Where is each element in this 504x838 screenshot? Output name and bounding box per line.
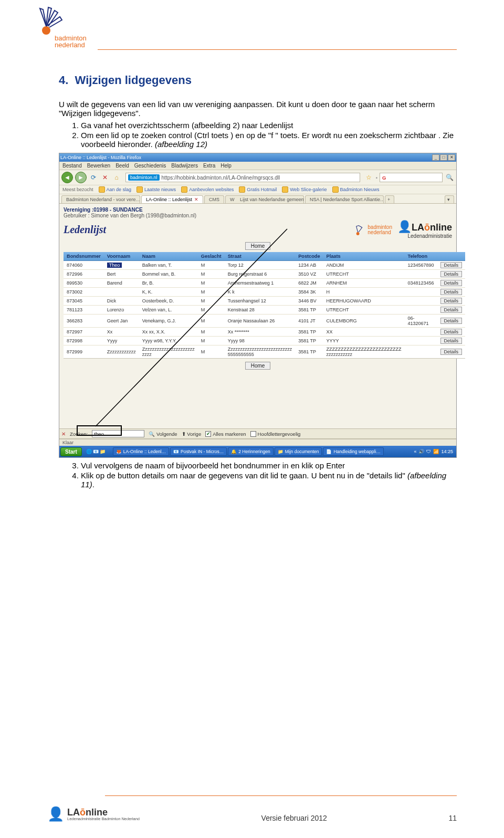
taskbar-item[interactable]: 📧Postvak IN - Micros… [170, 447, 227, 456]
section-heading: 4. Wijzigen lidgegevens [59, 74, 457, 87]
quicklaunch-icon[interactable]: 📁 [100, 449, 106, 454]
menu-item[interactable]: Extra [203, 163, 215, 169]
window-titlebar: LA-Online :: Ledenlijst - Mozilla Firefo… [59, 153, 456, 162]
menu-item[interactable]: Geschiedenis [134, 163, 166, 169]
taskbar-item[interactable]: 📄Handleiding webappli… [323, 447, 383, 456]
svg-line-2 [96, 229, 287, 426]
steps-list-2: Vul vervolgens de naam of bijvoorbeeld h… [59, 461, 457, 489]
home-icon[interactable]: ⌂ [112, 173, 121, 182]
taskbar-item[interactable]: 🔔2 Herinneringen [228, 447, 273, 456]
reload-icon[interactable]: ⟳ [89, 173, 98, 182]
find-prev-button[interactable]: ⬆ Vorige [182, 431, 202, 437]
taskbar-item[interactable]: 📁Mijn documenten [275, 447, 322, 456]
findbar-close-icon[interactable]: ✕ [61, 431, 66, 437]
cell-postcode: 3581 TP [295, 328, 323, 337]
tab-close-icon[interactable]: ✕ [194, 197, 198, 202]
cell-plaats: XX [323, 328, 405, 337]
menu-item[interactable]: Beeld [116, 163, 129, 169]
tray-icon[interactable]: 🛡 [426, 449, 431, 454]
page-footer: 👤 LAōnline Ledenadministratie Badminton … [47, 803, 457, 822]
bookmark-star-icon[interactable]: ☆ [364, 174, 374, 181]
bookmark-item[interactable]: Laatste nieuws [136, 186, 176, 193]
details-button[interactable]: Details [440, 289, 463, 295]
step-3: Vul vervolgens de naam of bijvoorbeeld h… [81, 461, 457, 470]
menu-item[interactable]: Bladwijzers [171, 163, 198, 169]
system-tray: « 🔊 🛡 📶 14:25 [414, 449, 455, 454]
bookmark-item[interactable]: Aanbevolen websites [181, 186, 234, 193]
footer-rule [105, 795, 457, 796]
find-next-button[interactable]: 🔍 Volgende [149, 431, 177, 437]
address-bar[interactable]: badminton.nl https://hobbink.badminton.n… [125, 173, 360, 182]
menu-item[interactable]: Bewerken [87, 163, 110, 169]
details-button[interactable]: Details [440, 298, 463, 304]
minimize-icon[interactable]: _ [432, 154, 439, 161]
taskbar-item[interactable]: 🦊LA-Online :: Ledenl… [113, 447, 169, 456]
folder-icon [99, 186, 105, 193]
details-button[interactable]: Details [440, 307, 463, 313]
new-tab-button[interactable]: + [385, 195, 394, 203]
cell-actions: Details [437, 279, 466, 288]
svg-point-1 [356, 232, 360, 235]
details-button[interactable]: Details [440, 338, 463, 344]
column-header[interactable]: Postcode [295, 252, 323, 261]
details-button[interactable]: Details [440, 280, 463, 286]
column-header[interactable]: Plaats [323, 252, 405, 261]
callout-arrow [96, 228, 290, 427]
browser-tab[interactable]: NSA | Nederlandse Sport Alliantie… [305, 195, 384, 203]
stop-icon[interactable]: ✕ [100, 173, 110, 182]
footer-version: Versie februari 2012 [261, 814, 327, 822]
close-icon[interactable]: ✕ [448, 154, 455, 161]
screenshot-figure: LA-Online :: Ledenlijst - Mozilla Firefo… [59, 153, 457, 458]
cell-plaats: UTRECHT [323, 270, 405, 279]
cell-telefoon: 06-41320671 [404, 315, 437, 328]
vereniging-line: Vereniging :01998 - SUNDANCE [64, 207, 452, 213]
back-button[interactable]: ◄ [61, 172, 73, 183]
tray-icon[interactable]: 🔊 [418, 449, 424, 454]
slice-icon [282, 186, 288, 193]
bookmark-item[interactable]: Aan de slag [99, 186, 132, 193]
details-button[interactable]: Details [440, 262, 463, 268]
search-box[interactable]: G [380, 173, 443, 182]
cell-telefoon [404, 288, 437, 297]
folder-icon [181, 186, 187, 193]
page-icon [332, 186, 339, 193]
browser-tab[interactable]: LA-Online :: Ledenlijst✕ [141, 195, 203, 203]
column-header [437, 252, 466, 261]
forward-button[interactable]: ► [75, 172, 87, 183]
bookmarks-toolbar: Meest bezocht Aan de slag Laatste nieuws… [59, 185, 456, 194]
highlight-all-checkbox[interactable]: ✔Alles markeren [205, 431, 246, 437]
bookmark-item[interactable]: Gratis Hotmail [239, 186, 277, 193]
details-button[interactable]: Details [440, 318, 463, 324]
footer-logo: 👤 LAōnline Ledenadministratie Badminton … [47, 806, 140, 822]
bookmark-item[interactable]: Badminton Nieuws [332, 186, 380, 193]
column-header[interactable]: Telefoon [404, 252, 437, 261]
tray-chevron-icon[interactable]: « [414, 449, 416, 454]
details-button[interactable]: Details [440, 349, 463, 355]
cell-postcode: 6822 JM [295, 279, 323, 288]
quicklaunch-icon[interactable]: 📧 [93, 449, 99, 454]
quicklaunch-icon[interactable]: 🌐 [86, 449, 92, 454]
search-go-icon[interactable]: 🔍 [445, 173, 454, 182]
menu-bar: Bestand Bewerken Beeld Geschiedenis Blad… [59, 162, 456, 170]
details-button[interactable]: Details [440, 329, 463, 335]
details-button[interactable]: Details [440, 271, 463, 277]
start-button[interactable]: Start [60, 447, 82, 456]
menu-item[interactable]: Bestand [62, 163, 82, 169]
brand-line2: nederland [55, 41, 87, 48]
cell-actions: Details [437, 345, 466, 359]
cell-postcode: 1234 AB [295, 261, 323, 270]
tab-list-button[interactable]: ▾ [445, 195, 454, 203]
browser-tab[interactable]: W Lijst van Nederlandse gemeente… [225, 195, 304, 203]
nav-toolbar: ◄ ► ⟳ ✕ ⌂ badminton.nl https://hobbink.b… [59, 170, 456, 185]
browser-tab[interactable]: CMS [204, 195, 224, 203]
menu-item[interactable]: Help [220, 163, 232, 169]
maximize-icon[interactable]: □ [440, 154, 447, 161]
tray-icon[interactable]: 📶 [433, 449, 439, 454]
bookmark-item[interactable]: Web Slice-galerie [282, 186, 327, 193]
browser-tab[interactable]: Badminton Nederland - voor vere… [61, 195, 140, 203]
cell-actions: Details [437, 297, 466, 306]
window-title: LA-Online :: Ledenlijst - Mozilla Firefo… [60, 155, 141, 160]
cell-actions: Details [437, 306, 466, 315]
match-case-checkbox[interactable]: Hoofdlettergevoelig [250, 431, 301, 437]
site-identity: badminton.nl [128, 174, 160, 181]
